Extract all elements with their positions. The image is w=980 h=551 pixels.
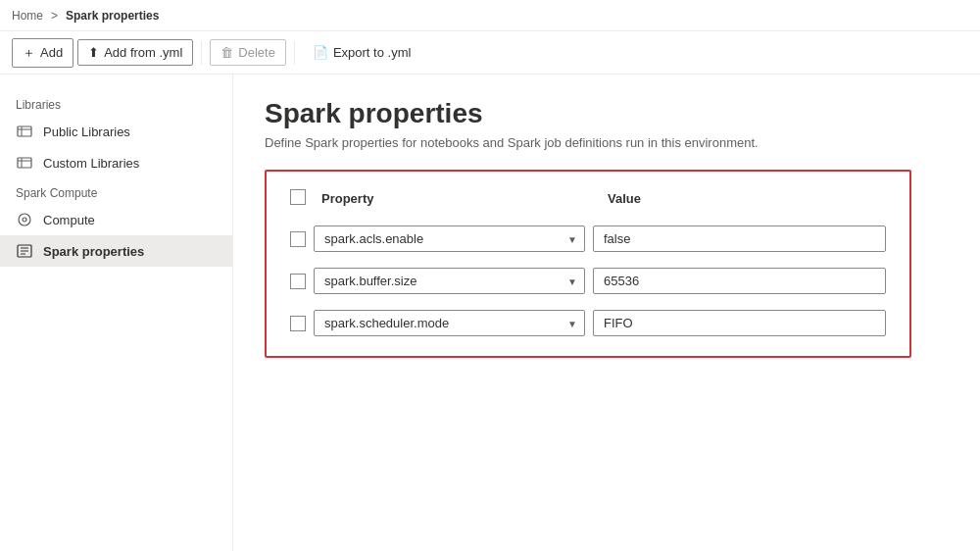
custom-libraries-label: Custom Libraries	[43, 156, 139, 171]
page-description: Define Spark properties for notebooks an…	[265, 135, 949, 150]
add-icon: ＋	[23, 44, 35, 62]
add-from-yml-label: Add from .yml	[104, 45, 182, 60]
toolbar: ＋ Add ⬆ Add from .yml 🗑 Delete 📄 Export …	[0, 31, 980, 75]
property-select-wrapper-3: spark.scheduler.mode ▼	[314, 310, 585, 336]
export-label: Export to .yml	[333, 45, 411, 60]
svg-point-7	[23, 218, 26, 222]
delete-label: Delete	[238, 45, 275, 60]
spark-compute-section-label: Spark Compute	[0, 178, 232, 204]
nav-home[interactable]: Home	[12, 9, 43, 23]
sidebar-item-custom-libraries[interactable]: Custom Libraries	[0, 147, 232, 178]
custom-libraries-icon	[16, 154, 33, 172]
add-label: Add	[40, 45, 63, 60]
add-from-yml-button[interactable]: ⬆ Add from .yml	[77, 39, 193, 66]
page-title: Spark properties	[265, 98, 949, 129]
value-input-1[interactable]	[593, 225, 886, 252]
svg-rect-0	[18, 126, 31, 136]
upload-icon: ⬆	[88, 45, 99, 60]
sidebar-item-compute[interactable]: Compute	[0, 204, 232, 235]
public-libraries-label: Public Libraries	[43, 125, 130, 139]
export-icon: 📄	[313, 45, 328, 60]
table-row: spark.scheduler.mode ▼	[282, 302, 894, 344]
top-nav: Home > Spark properties	[0, 0, 980, 31]
header-checkbox[interactable]	[290, 189, 306, 205]
spark-properties-icon	[16, 242, 33, 260]
property-select-wrapper-2: spark.buffer.size ▼	[314, 268, 585, 294]
value-input-3[interactable]	[593, 310, 886, 336]
properties-table: Property Value spark.acls.enable ▼	[265, 170, 911, 358]
export-button[interactable]: 📄 Export to .yml	[303, 40, 420, 65]
row-checkbox-2[interactable]	[290, 274, 306, 289]
table-header-row: Property Value	[282, 183, 894, 214]
sidebar-item-spark-properties[interactable]: Spark properties	[0, 235, 232, 267]
public-libraries-icon	[16, 123, 33, 140]
spark-properties-label: Spark properties	[43, 244, 144, 259]
sidebar-item-public-libraries[interactable]: Public Libraries	[0, 116, 232, 147]
row-checkbox-1[interactable]	[290, 231, 306, 247]
row-checkbox-3[interactable]	[290, 316, 306, 331]
nav-separator: >	[51, 9, 58, 23]
svg-rect-3	[18, 158, 31, 168]
add-button[interactable]: ＋ Add	[12, 38, 74, 68]
toolbar-separator-2	[294, 41, 295, 65]
layout: Libraries Public Libraries Custom Librar…	[0, 75, 980, 551]
delete-icon: 🗑	[220, 45, 233, 60]
toolbar-separator-1	[201, 41, 202, 65]
compute-icon	[16, 211, 33, 228]
property-select-2[interactable]: spark.buffer.size	[314, 268, 585, 294]
table-row: spark.acls.enable ▼	[282, 218, 894, 260]
table-row: spark.buffer.size ▼	[282, 260, 894, 302]
col-value-header: Value	[600, 191, 886, 206]
libraries-section-label: Libraries	[0, 90, 232, 116]
property-select-3[interactable]: spark.scheduler.mode	[314, 310, 585, 336]
col-property-header: Property	[318, 191, 600, 206]
value-input-2[interactable]	[593, 268, 886, 294]
sidebar: Libraries Public Libraries Custom Librar…	[0, 75, 233, 551]
property-select-1[interactable]: spark.acls.enable	[314, 225, 585, 252]
main-content: Spark properties Define Spark properties…	[233, 75, 980, 551]
property-select-wrapper-1: spark.acls.enable ▼	[314, 225, 585, 252]
delete-button[interactable]: 🗑 Delete	[210, 39, 286, 66]
compute-label: Compute	[43, 213, 95, 227]
nav-current: Spark properties	[66, 9, 159, 23]
svg-point-6	[19, 214, 30, 225]
